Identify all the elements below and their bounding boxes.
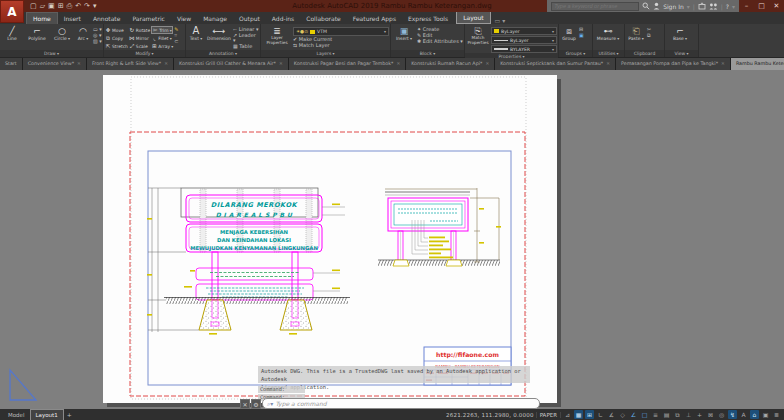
ribbon-tab-layout[interactable]: Layout — [456, 11, 490, 24]
copy-button[interactable]: ⧉Copy — [105, 34, 128, 42]
layers-panel-label[interactable]: Layers — [261, 50, 390, 57]
file-tab-start[interactable]: Start — [0, 58, 23, 70]
ribbon-tab-view[interactable]: View — [171, 13, 197, 24]
new-layout-button[interactable]: + — [64, 411, 75, 418]
move-button[interactable]: ✥Move — [105, 26, 128, 34]
linetype-dropdown[interactable]: ByLayer ▾ — [491, 36, 557, 44]
workspace-switching-icon[interactable]: ⌂ — [750, 410, 759, 419]
text-button[interactable]: A Text — [187, 25, 205, 50]
paper-space-button[interactable]: PAPER — [536, 412, 561, 418]
annotation-panel-label[interactable]: Annotation — [186, 50, 260, 57]
app-store-icon[interactable] — [698, 2, 706, 10]
view-panel-label[interactable]: View — [665, 50, 698, 57]
ribbon-tab-manage[interactable]: Manage — [197, 13, 233, 24]
side-panel[interactable] — [388, 198, 468, 231]
maximize-button[interactable]: □ — [754, 0, 769, 12]
infer-constraints-icon[interactable]: ⊿ — [563, 410, 572, 419]
annotation-scale-icon[interactable]: A — [739, 410, 748, 419]
ortho-mode-icon[interactable]: ∟ — [596, 410, 605, 419]
block-panel-label[interactable]: Block — [391, 50, 464, 57]
file-tab[interactable]: Convenience View*✕ — [23, 58, 87, 70]
layer-properties-button[interactable]: ≣ Layer Properties — [262, 25, 292, 50]
groups-panel-label[interactable]: Groups — [559, 50, 592, 57]
drawing-canvas[interactable]: DILARANG MEROKOK D I A R E A L S P B U M… — [0, 70, 784, 409]
arc-button[interactable]: ◠ Arc — [74, 25, 92, 50]
object-color-dropdown[interactable]: ByLayer ▾ — [491, 27, 557, 35]
layer-dropdown[interactable]: ☀●⊙ VTM ▾ — [293, 27, 389, 36]
lineweight-dropdown[interactable]: BYLAYER ▾ — [491, 45, 557, 53]
edit-attributes-button[interactable]: ✱ Edit Attributes ▾ — [417, 39, 463, 44]
group-button[interactable]: ⧈ Group — [560, 25, 578, 50]
save-icon[interactable]: ▣ — [48, 1, 55, 11]
file-tab-active[interactable]: Rambu Rambu Keterangan*✕ — [731, 58, 784, 70]
utilities-panel-label[interactable]: Utilities — [593, 50, 624, 57]
ribbon-tab-express-tools[interactable]: Express Tools — [402, 13, 454, 24]
customization-icon[interactable]: ≣ — [772, 410, 781, 419]
polyline-button[interactable]: ⌐ Polyline — [24, 25, 50, 50]
array-button[interactable]: ⊞Array — [151, 42, 173, 50]
object-snap-icon[interactable]: □ — [640, 410, 649, 419]
isodraft-icon[interactable]: ◇ — [618, 410, 627, 419]
share-icon[interactable] — [709, 2, 718, 10]
copy-clip-icon[interactable]: ⧉ — [647, 33, 651, 38]
customize-icon[interactable]: ⚙ — [251, 399, 261, 409]
command-input[interactable] — [275, 399, 535, 408]
hatch-tool-icon[interactable]: ▨ ▾ — [93, 39, 102, 44]
file-tab[interactable]: Front Right & Left Side View*✕ — [87, 58, 174, 70]
ribbon-tab-collaborate[interactable]: Collaborate — [300, 13, 347, 24]
ribbon-collapse-icon[interactable]: ▭ ▾ — [495, 17, 506, 24]
paste-button[interactable]: ⎗ Paste — [626, 25, 646, 50]
qat-dropdown-icon[interactable]: ▾ — [93, 1, 97, 11]
scale-button[interactable]: ⤢Scale — [129, 42, 150, 50]
annotation-monitor-icon[interactable]: ▣ — [761, 410, 770, 419]
new-file-icon[interactable]: ▢ — [30, 1, 37, 11]
search-icon[interactable] — [642, 2, 650, 10]
close-icon[interactable]: ✕ — [606, 58, 610, 70]
minimize-button[interactable]: – — [739, 0, 754, 12]
close-icon[interactable]: ✕ — [77, 58, 81, 70]
search-input[interactable] — [551, 2, 639, 11]
close-icon[interactable]: ✕ — [240, 399, 250, 409]
modify-panel-label[interactable]: Modify — [104, 50, 185, 57]
selection-cycling-icon[interactable]: ⧉ — [673, 410, 682, 419]
circle-button[interactable]: ○ Circle — [51, 25, 73, 50]
file-tab[interactable]: Konstruksi Septicktank dan Sumur Pantau*… — [495, 58, 616, 70]
group-edit-icon[interactable]: ▣ — [579, 33, 584, 38]
mirror-button[interactable]: ⋈Mirror — [129, 34, 150, 42]
line-button[interactable]: ╱ Line — [1, 25, 23, 50]
app-menu-button[interactable]: A — [0, 0, 24, 23]
fillet-button[interactable]: ◟Fillet — [151, 34, 173, 42]
polar-tracking-icon[interactable]: ∡ — [607, 410, 616, 419]
layout-viewport[interactable]: DILARANG MEROKOK D I A R E A L S P B U M… — [0, 70, 784, 409]
close-icon[interactable]: ✕ — [721, 58, 725, 70]
object-snap-tracking-icon[interactable]: ∠ — [629, 410, 638, 419]
ribbon-tab-insert[interactable]: Insert — [58, 13, 87, 24]
stretch-button[interactable]: ⇱Stretch — [105, 42, 128, 50]
command-search-icon[interactable]: ⌕▾ — [267, 400, 273, 408]
rotate-button[interactable]: ↻Rotate — [129, 26, 150, 34]
file-tab[interactable]: Konstruksi Grill Oil Cather & Menara Air… — [174, 58, 289, 70]
close-button[interactable]: ✕ — [769, 0, 784, 12]
lock-ui-icon[interactable]: ⊠ — [706, 410, 715, 419]
model-tab[interactable]: Model — [3, 410, 30, 420]
help-button[interactable]: ? — [726, 3, 729, 10]
table-button[interactable]: ▦ Table — [233, 44, 259, 49]
sign-in-button[interactable]: Sign In — [663, 3, 684, 10]
transparency-icon[interactable]: ▤ — [662, 410, 671, 419]
match-properties-button[interactable]: ⎘ Match Properties — [466, 25, 490, 53]
file-tab[interactable]: Konstruksi Rumah Racun Api*✕ — [406, 58, 495, 70]
close-icon[interactable]: ✕ — [279, 58, 283, 70]
dynamic-input-icon[interactable]: + — [695, 410, 704, 419]
ribbon-tab-parametric[interactable]: Parametric — [126, 13, 171, 24]
help-dropdown-icon[interactable]: ▾ — [732, 3, 735, 10]
signin-dropdown-icon[interactable]: ▾ — [687, 3, 690, 10]
redo-icon[interactable]: ↷ — [84, 1, 90, 11]
open-file-icon[interactable]: ▱ — [40, 1, 45, 11]
match-layer-button[interactable]: ⇆ Match Layer — [293, 43, 389, 48]
plot-icon[interactable]: ⎙ — [67, 1, 73, 11]
insert-button[interactable]: ▣ Insert — [392, 25, 416, 50]
undo-icon[interactable]: ↶ — [75, 1, 81, 11]
clipboard-panel-label[interactable]: Clipboard — [625, 50, 664, 57]
save-as-icon[interactable]: ⊞ — [58, 1, 64, 11]
dynamic-ucs-icon[interactable]: ⊥ — [684, 410, 693, 419]
